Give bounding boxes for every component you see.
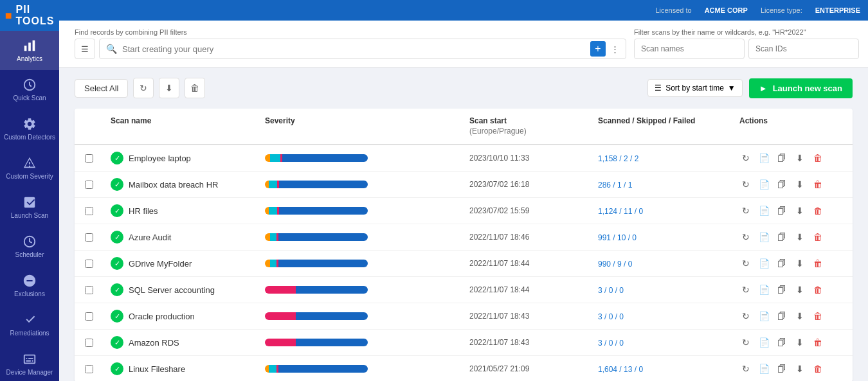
sidebar-item-analytics[interactable]: Analytics [0, 31, 59, 70]
col-scanned: Scanned / Skipped / Failed [598, 116, 739, 136]
download-icon-5[interactable]: ⬇ [793, 283, 806, 296]
sort-selector[interactable]: ☰ Sort by start time ▼ [647, 79, 743, 97]
download-icon-3[interactable]: ⬇ [793, 231, 806, 244]
report-icon-7[interactable]: 📄 [757, 336, 770, 349]
report-icon-4[interactable]: 📄 [757, 257, 770, 270]
delete-icon-1[interactable]: 🗑 [811, 178, 824, 191]
report-icon-1[interactable]: 📄 [757, 178, 770, 191]
report-icon-0[interactable]: 📄 [757, 152, 770, 164]
scanned-cell-2: 1,124 / 11 / 0 [598, 206, 739, 216]
refresh-button[interactable]: ↻ [133, 78, 154, 98]
sidebar-item-remediations[interactable]: Remediations [0, 305, 59, 344]
filter-options-button[interactable]: ⋮ [611, 44, 619, 54]
scanned-link-3[interactable]: 991 / 10 / 0 [598, 233, 637, 242]
download-button[interactable]: ⬇ [159, 78, 179, 98]
report-icon-8[interactable]: 📄 [757, 362, 770, 375]
rescan-icon-0[interactable]: ↻ [739, 152, 752, 164]
delete-icon-7[interactable]: 🗑 [811, 336, 824, 349]
delete-icon-3[interactable]: 🗑 [811, 231, 824, 244]
rescan-icon-1[interactable]: ↻ [739, 178, 752, 191]
delete-icon-6[interactable]: 🗑 [811, 310, 824, 323]
scan-ids-input[interactable] [748, 39, 859, 59]
report-icon-5[interactable]: 📄 [757, 283, 770, 296]
scanned-link-5[interactable]: 3 / 0 / 0 [598, 286, 624, 295]
rescan-icon-6[interactable]: ↻ [739, 310, 752, 323]
download-icon-2[interactable]: ⬇ [793, 204, 806, 217]
row-checkbox-8[interactable] [85, 365, 111, 373]
row-checkbox-1[interactable] [85, 181, 111, 189]
severity-cell-2 [265, 207, 469, 215]
copy-icon-3[interactable]: 🗍 [775, 231, 788, 244]
rescan-icon-8[interactable]: ↻ [739, 362, 752, 375]
copy-icon-5[interactable]: 🗍 [775, 283, 788, 296]
add-filter-button[interactable]: + [590, 41, 606, 57]
scanned-link-8[interactable]: 1,604 / 13 / 0 [598, 365, 643, 374]
sidebar-item-custom-severity[interactable]: Custom Severity [0, 148, 59, 188]
sidebar-item-scheduler[interactable]: Scheduler [0, 227, 59, 266]
copy-icon-8[interactable]: 🗍 [775, 362, 788, 375]
pii-search-input[interactable] [122, 44, 585, 54]
report-icon-6[interactable]: 📄 [757, 310, 770, 323]
scan-name-text-1: Mailbox data breach HR [129, 180, 218, 190]
download-icon-1[interactable]: ⬇ [793, 178, 806, 191]
filter-icon-button[interactable]: ☰ [75, 39, 95, 59]
scan-name-text-5: SQL Server accounting [129, 285, 215, 295]
rescan-icon-4[interactable]: ↻ [739, 257, 752, 270]
scanned-link-1[interactable]: 286 / 1 / 1 [598, 181, 632, 190]
scan-names-input[interactable] [634, 39, 745, 59]
copy-icon-0[interactable]: 🗍 [775, 152, 788, 164]
delete-icon-0[interactable]: 🗑 [811, 152, 824, 164]
scanned-link-6[interactable]: 3 / 0 / 0 [598, 312, 624, 321]
table-row: ✓ HR files 2023/07/02 15:591,124 / 11 / … [75, 198, 853, 224]
scanned-link-2[interactable]: 1,124 / 11 / 0 [598, 207, 643, 216]
rescan-icon-5[interactable]: ↻ [739, 283, 752, 296]
row-checkbox-7[interactable] [85, 339, 111, 347]
table-row: ✓ GDrive MyFolder 2022/11/07 18:44990 / … [75, 251, 853, 277]
rescan-icon-7[interactable]: ↻ [739, 336, 752, 349]
sidebar-item-exclusions[interactable]: Exclusions [0, 266, 59, 305]
scanned-cell-4: 990 / 9 / 0 [598, 259, 739, 269]
row-checkbox-2[interactable] [85, 207, 111, 215]
delete-icon-8[interactable]: 🗑 [811, 362, 824, 375]
download-icon-7[interactable]: ⬇ [793, 336, 806, 349]
svg-rect-1 [28, 42, 31, 51]
row-checkbox-6[interactable] [85, 312, 111, 321]
copy-icon-4[interactable]: 🗍 [775, 257, 788, 270]
status-icon-0: ✓ [111, 152, 123, 164]
sidebar-item-quick-scan[interactable]: Quick Scan [0, 70, 59, 109]
scanned-link-7[interactable]: 3 / 0 / 0 [598, 339, 624, 348]
delete-icon-4[interactable]: 🗑 [811, 257, 824, 270]
scanned-link-0[interactable]: 1,158 / 2 / 2 [598, 154, 638, 163]
download-icon-4[interactable]: ⬇ [793, 257, 806, 270]
sidebar-item-launch-scan[interactable]: Launch Scan [0, 188, 59, 227]
copy-icon-2[interactable]: 🗍 [775, 204, 788, 217]
scan-name-text-2: HR files [129, 206, 158, 216]
delete-selected-button[interactable]: 🗑 [185, 78, 205, 98]
download-icon-0[interactable]: ⬇ [793, 152, 806, 164]
copy-icon-1[interactable]: 🗍 [775, 178, 788, 191]
row-checkbox-5[interactable] [85, 286, 111, 294]
report-icon-3[interactable]: 📄 [757, 231, 770, 244]
row-checkbox-3[interactable] [85, 233, 111, 242]
launch-new-scan-button[interactable]: ► Launch new scan [749, 78, 853, 98]
copy-icon-7[interactable]: 🗍 [775, 336, 788, 349]
sidebar-item-custom-detectors[interactable]: Custom Detectors [0, 109, 59, 148]
delete-icon-2[interactable]: 🗑 [811, 204, 824, 217]
scanned-link-4[interactable]: 990 / 9 / 0 [598, 260, 632, 269]
scan-filter-section: Filter scans by their name or wildcards,… [634, 28, 853, 59]
rescan-icon-2[interactable]: ↻ [739, 204, 752, 217]
status-icon-4: ✓ [111, 257, 123, 270]
rescan-icon-3[interactable]: ↻ [739, 231, 752, 244]
row-checkbox-0[interactable] [85, 154, 111, 163]
download-icon-6[interactable]: ⬇ [793, 310, 806, 323]
sidebar-label-exclusions: Exclusions [14, 290, 45, 297]
report-icon-2[interactable]: 📄 [757, 204, 770, 217]
scan-start-6: 2022/11/07 18:43 [469, 312, 598, 321]
delete-icon-5[interactable]: 🗑 [811, 283, 824, 296]
row-checkbox-4[interactable] [85, 260, 111, 268]
select-all-button[interactable]: Select All [75, 79, 128, 98]
scan-table: Scan name Severity Scan start (Europe/Pr… [75, 109, 853, 381]
copy-icon-6[interactable]: 🗍 [775, 310, 788, 323]
sidebar-item-device-manager[interactable]: Device Manager [0, 344, 59, 381]
download-icon-8[interactable]: ⬇ [793, 362, 806, 375]
